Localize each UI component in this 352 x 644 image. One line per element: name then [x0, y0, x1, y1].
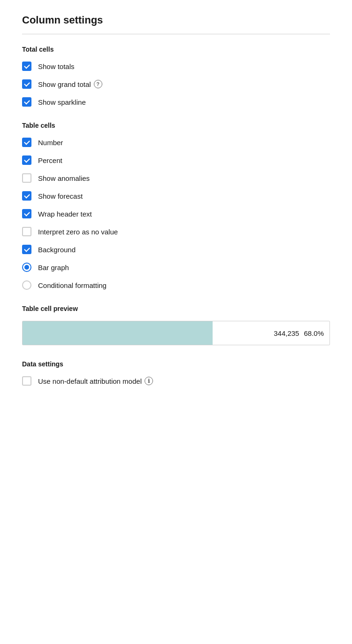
wrap-header-text-row[interactable]: Wrap header text — [22, 209, 330, 218]
show-forecast-label: Show forecast — [38, 192, 83, 200]
bar-graph-row[interactable]: Bar graph — [22, 263, 330, 272]
background-checkbox[interactable] — [22, 245, 31, 254]
percent-label: Percent — [38, 156, 62, 164]
wrap-header-text-label: Wrap header text — [38, 210, 92, 218]
total-cells-label: Total cells — [22, 46, 330, 53]
show-grand-total-row[interactable]: Show grand total ? — [22, 79, 330, 89]
show-totals-label: Show totals — [38, 62, 75, 70]
show-grand-total-help-icon[interactable]: ? — [94, 80, 102, 88]
preview-bar — [23, 321, 213, 345]
table-cell-preview-box: 344,235 68.0% — [22, 321, 330, 345]
show-forecast-checkbox[interactable] — [22, 191, 31, 201]
bar-graph-label: Bar graph — [38, 264, 69, 272]
show-sparkline-label: Show sparkline — [38, 98, 86, 106]
data-settings-label: Data settings — [22, 360, 330, 368]
number-checkbox[interactable] — [22, 138, 31, 147]
show-forecast-row[interactable]: Show forecast — [22, 191, 330, 201]
table-cell-preview-label: Table cell preview — [22, 305, 330, 312]
preview-value2: 68.0% — [304, 329, 324, 337]
show-grand-total-checkbox[interactable] — [22, 79, 31, 89]
conditional-formatting-label: Conditional formatting — [38, 281, 107, 289]
table-cells-section: Table cells Number Percent Show anomalie… — [22, 122, 330, 290]
interpret-zero-checkbox[interactable] — [22, 227, 31, 236]
preview-value1: 344,235 — [274, 329, 299, 337]
show-grand-total-label: Show grand total — [38, 80, 91, 88]
wrap-header-text-checkbox[interactable] — [22, 209, 31, 218]
data-settings-section: Data settings Use non-default attributio… — [22, 360, 330, 386]
show-totals-checkbox[interactable] — [22, 62, 31, 71]
bar-graph-radio[interactable] — [22, 263, 31, 272]
show-anomalies-row[interactable]: Show anomalies — [22, 173, 330, 183]
number-row[interactable]: Number — [22, 138, 330, 147]
show-totals-row[interactable]: Show totals — [22, 62, 330, 71]
show-sparkline-checkbox[interactable] — [22, 97, 31, 107]
show-sparkline-row[interactable]: Show sparkline — [22, 97, 330, 107]
page-title: Column settings — [22, 14, 330, 26]
table-cell-preview-section: Table cell preview 344,235 68.0% — [22, 305, 330, 345]
conditional-formatting-radio[interactable] — [22, 280, 31, 290]
show-anomalies-label: Show anomalies — [38, 174, 90, 182]
use-non-default-checkbox[interactable] — [22, 376, 31, 386]
table-cells-label: Table cells — [22, 122, 330, 129]
percent-row[interactable]: Percent — [22, 155, 330, 165]
interpret-zero-row[interactable]: Interpret zero as no value — [22, 227, 330, 236]
use-non-default-help-icon[interactable]: ℹ — [145, 377, 153, 385]
interpret-zero-label: Interpret zero as no value — [38, 228, 118, 236]
conditional-formatting-row[interactable]: Conditional formatting — [22, 280, 330, 290]
use-non-default-label: Use non-default attribution model — [38, 377, 142, 385]
percent-checkbox[interactable] — [22, 155, 31, 165]
preview-values: 344,235 68.0% — [213, 329, 329, 337]
show-anomalies-checkbox[interactable] — [22, 173, 31, 183]
number-label: Number — [38, 139, 63, 147]
divider — [22, 34, 330, 34]
total-cells-section: Total cells Show totals Show grand total… — [22, 46, 330, 107]
background-label: Background — [38, 246, 76, 254]
use-non-default-row[interactable]: Use non-default attribution model ℹ — [22, 376, 330, 386]
background-row[interactable]: Background — [22, 245, 330, 254]
